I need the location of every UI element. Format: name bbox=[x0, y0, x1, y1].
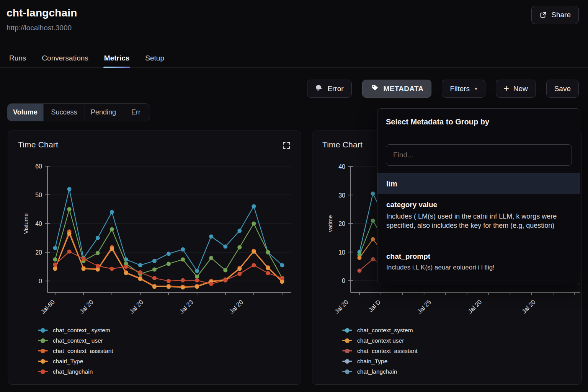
main-nav: RunsConversationsMetricsSetup bbox=[0, 49, 588, 68]
y-tick-label: 20 bbox=[35, 249, 42, 256]
y-tick-label: 40 bbox=[338, 163, 345, 170]
series-point bbox=[280, 263, 284, 267]
series-point bbox=[152, 276, 157, 280]
new-button-label: New bbox=[513, 85, 528, 93]
chevron-down-icon: ▾ bbox=[475, 86, 477, 91]
fullscreen-button[interactable] bbox=[282, 141, 291, 150]
save-button-label: Save bbox=[554, 85, 571, 93]
legend-label: chat_context_assistant bbox=[357, 348, 418, 354]
share-icon bbox=[539, 11, 547, 19]
series-point bbox=[237, 245, 242, 249]
share-button-label: Share bbox=[551, 11, 571, 19]
series-point bbox=[67, 207, 72, 211]
series-point bbox=[209, 234, 213, 238]
share-button[interactable]: Share bbox=[531, 6, 579, 24]
series-point bbox=[181, 278, 185, 283]
series-point bbox=[237, 272, 242, 276]
legend-item[interactable]: chat_langchain bbox=[38, 368, 113, 375]
legend-item[interactable]: chairl_Type bbox=[38, 358, 113, 364]
y-tick-label: 40 bbox=[35, 220, 42, 227]
time-chart-left: 020405060Jal-80Jal 20Jal 20Jal 23Jal 20V… bbox=[8, 158, 302, 324]
error-button-label: Error bbox=[327, 85, 343, 93]
tab-setup[interactable]: Setup bbox=[145, 49, 164, 68]
series-point bbox=[138, 277, 142, 281]
legend-item[interactable]: chain_Type bbox=[342, 358, 418, 364]
x-tick-label: Jal 20 bbox=[78, 299, 95, 315]
series-point bbox=[237, 229, 242, 233]
series-point bbox=[280, 276, 284, 280]
metadata-option-category-value[interactable]: category value Includes ( LM(s) used in … bbox=[386, 201, 570, 230]
legend-item[interactable]: chat_context_ system bbox=[38, 327, 113, 333]
series-point bbox=[124, 271, 128, 275]
x-tick-label: Jal 20 bbox=[333, 299, 350, 315]
series-point bbox=[195, 285, 199, 289]
series-point bbox=[237, 267, 242, 271]
new-button[interactable]: + New bbox=[496, 80, 536, 98]
legend-label: chat_context_ user bbox=[53, 337, 103, 344]
x-tick-label: Jal 20 bbox=[128, 299, 144, 315]
series-point bbox=[181, 257, 185, 261]
tab-metrics[interactable]: Metrics bbox=[104, 49, 130, 68]
series-point bbox=[167, 279, 171, 283]
toolbar: Error METADATA Filters ▾ + New Save bbox=[307, 80, 579, 98]
y-tick-label: 0 bbox=[342, 278, 345, 284]
legend-swatch bbox=[38, 361, 48, 362]
legend-item[interactable]: chat_context_assistant bbox=[38, 348, 113, 354]
series-point bbox=[110, 210, 114, 214]
series-point bbox=[110, 227, 114, 232]
x-tick-label: Jal 20 bbox=[228, 299, 244, 315]
legend-label: chairl_Type bbox=[53, 358, 83, 365]
series-point bbox=[371, 237, 375, 241]
y-tick-label: 50 bbox=[35, 192, 42, 198]
series-point bbox=[82, 256, 86, 261]
x-tick-label: Jal-80 bbox=[39, 299, 56, 315]
tab-runs[interactable]: Runs bbox=[9, 49, 26, 68]
series-point bbox=[280, 279, 284, 284]
metadata-button[interactable]: METADATA bbox=[362, 80, 432, 98]
legend-item[interactable]: chat_context user bbox=[342, 337, 418, 344]
series-point bbox=[82, 267, 86, 271]
y-tick-label: 10 bbox=[338, 249, 345, 256]
series-point bbox=[252, 263, 256, 267]
series-point bbox=[358, 256, 362, 260]
error-button[interactable]: Error bbox=[307, 80, 351, 98]
series-point bbox=[96, 236, 100, 240]
legend-item[interactable]: chat_context_ user bbox=[38, 337, 113, 344]
view-tab-err[interactable]: Err bbox=[122, 104, 150, 121]
series-line bbox=[55, 209, 282, 278]
series-point bbox=[181, 247, 185, 252]
view-tab-volume[interactable]: Volume bbox=[7, 104, 44, 121]
series-point bbox=[223, 245, 227, 249]
series-point bbox=[96, 264, 100, 268]
legend-item[interactable]: chat_context_assistant bbox=[342, 348, 418, 354]
series-point bbox=[152, 285, 157, 289]
series-point bbox=[53, 246, 57, 250]
series-point bbox=[124, 265, 128, 269]
x-tick-label: Jal 23 bbox=[178, 299, 194, 315]
save-button[interactable]: Save bbox=[546, 80, 579, 98]
chart-legend-left: chat_context_ systemchat_context_ userch… bbox=[38, 327, 113, 375]
legend-item[interactable]: chat_langchain bbox=[342, 368, 418, 375]
series-point bbox=[266, 266, 270, 270]
legend-item[interactable]: chat_context_system bbox=[342, 327, 418, 333]
series-point bbox=[110, 247, 114, 251]
metadata-option-llm[interactable]: lim bbox=[377, 173, 580, 194]
series-point bbox=[53, 262, 57, 266]
x-tick-label: Jal 20 bbox=[467, 299, 483, 315]
find-input[interactable] bbox=[386, 144, 572, 166]
y-tick-label: 0 bbox=[39, 278, 42, 284]
view-tab-success[interactable]: Success bbox=[44, 104, 85, 121]
chart-title: Time Chart bbox=[322, 140, 363, 149]
tab-conversations[interactable]: Conversations bbox=[42, 49, 88, 68]
error-icon bbox=[315, 84, 323, 93]
metadata-option-chat-prompt[interactable]: chat_prompt Includes i.L K(s) aeuar eoiu… bbox=[386, 252, 570, 272]
legend-swatch bbox=[38, 330, 48, 331]
legend-swatch bbox=[342, 350, 352, 351]
x-tick-label: Jal D bbox=[368, 299, 382, 313]
y-axis-label: Vistume bbox=[23, 213, 29, 234]
series-point bbox=[223, 268, 227, 272]
series-point bbox=[223, 278, 227, 283]
filters-button[interactable]: Filters ▾ bbox=[442, 80, 485, 98]
x-tick-label: Jal 25 bbox=[416, 299, 432, 315]
view-tab-pending[interactable]: Pending bbox=[85, 104, 122, 121]
